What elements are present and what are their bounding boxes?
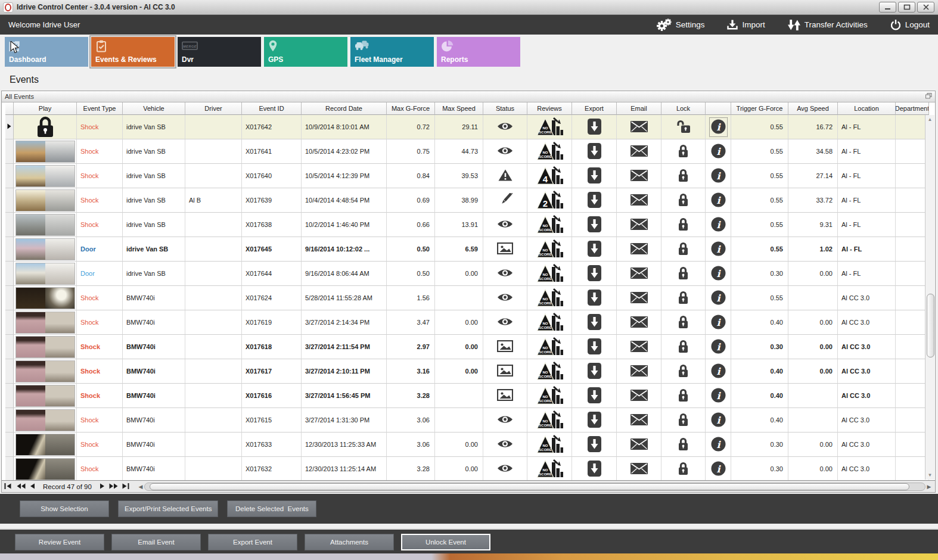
- cell-play[interactable]: [14, 433, 77, 457]
- cell-play[interactable]: [14, 115, 77, 139]
- event-video-thumbnail[interactable]: [15, 238, 75, 260]
- column-header-trigger_g[interactable]: Trigger G-Force: [731, 102, 788, 115]
- fast-rewind-button[interactable]: [17, 483, 26, 491]
- column-header-event_id[interactable]: Event ID: [242, 102, 302, 115]
- settings-button[interactable]: Settings: [656, 18, 705, 32]
- cell-email[interactable]: [617, 115, 661, 139]
- cell-email[interactable]: [617, 359, 661, 384]
- cell-email[interactable]: [617, 164, 661, 188]
- cell-email[interactable]: [617, 286, 661, 310]
- cell-info[interactable]: i: [706, 262, 731, 286]
- transfer-activities-button[interactable]: Transfer Activities: [788, 20, 868, 30]
- cell-lock[interactable]: [661, 433, 706, 457]
- cell-info[interactable]: i: [706, 408, 731, 433]
- review-event-button[interactable]: Review Event: [15, 534, 104, 550]
- cell-email[interactable]: [617, 433, 661, 457]
- scroll-down-icon[interactable]: ▼: [928, 471, 933, 480]
- cell-info[interactable]: i: [706, 188, 731, 213]
- cell-play[interactable]: [14, 457, 77, 481]
- cell-play[interactable]: [14, 310, 77, 335]
- cell-lock[interactable]: [661, 384, 706, 408]
- import-button[interactable]: Import: [727, 20, 765, 30]
- cell-export[interactable]: [572, 115, 617, 139]
- cell-export[interactable]: [572, 262, 617, 286]
- cell-play[interactable]: [14, 408, 77, 433]
- cell-play[interactable]: [14, 213, 77, 237]
- cell-lock[interactable]: [661, 286, 706, 310]
- horizontal-scroll-track[interactable]: [144, 483, 925, 491]
- vertical-scroll-thumb[interactable]: [927, 294, 934, 357]
- cell-review[interactable]: NOSCORE: [527, 433, 572, 457]
- table-row[interactable]: Shockidrive Van SBAl BX01763910/4/2014 4…: [5, 188, 929, 213]
- event-video-thumbnail[interactable]: [15, 385, 75, 407]
- unlock-event-button[interactable]: Unlock Event: [401, 534, 490, 550]
- cell-export[interactable]: [572, 237, 617, 262]
- column-header-info[interactable]: [706, 102, 731, 115]
- logout-button[interactable]: Logout: [890, 20, 930, 30]
- cell-review[interactable]: NOSCORE: [527, 359, 572, 384]
- cell-info[interactable]: i: [706, 335, 731, 359]
- cell-email[interactable]: [617, 213, 661, 237]
- cell-review[interactable]: NOSCORE: [527, 213, 572, 237]
- tab-dvr[interactable]: MERGE Dvr: [178, 37, 261, 67]
- event-video-thumbnail[interactable]: [15, 214, 75, 236]
- cell-email[interactable]: [617, 384, 661, 408]
- tab-fleet-manager[interactable]: Fleet Manager: [350, 37, 434, 67]
- column-header-max_g[interactable]: Max G-Force: [387, 102, 435, 115]
- column-header-review[interactable]: Reviews: [527, 102, 572, 115]
- cell-play[interactable]: [14, 237, 77, 262]
- cell-email[interactable]: [617, 262, 661, 286]
- cell-lock[interactable]: [661, 188, 706, 213]
- delete-selected-events-button[interactable]: Delete Selected Events: [227, 500, 316, 517]
- column-header-location[interactable]: Location: [838, 102, 896, 115]
- cell-lock[interactable]: [661, 408, 706, 433]
- cell-info[interactable]: i: [706, 457, 731, 481]
- column-header-lock[interactable]: Lock: [661, 102, 706, 115]
- table-row[interactable]: Shockidrive Van SBX01764010/5/2014 4:12:…: [5, 164, 929, 188]
- tab-reports[interactable]: Reports: [437, 37, 520, 67]
- column-header-play[interactable]: Play: [14, 102, 77, 115]
- cell-export[interactable]: [572, 384, 617, 408]
- cell-info[interactable]: i: [706, 359, 731, 384]
- event-video-thumbnail[interactable]: [15, 312, 75, 334]
- show-selection-button[interactable]: Show Selection: [20, 500, 109, 517]
- cell-info[interactable]: i: [706, 213, 731, 237]
- event-video-thumbnail[interactable]: [15, 189, 75, 211]
- cell-info[interactable]: i: [706, 115, 731, 139]
- column-header-status[interactable]: Status: [483, 102, 527, 115]
- cell-export[interactable]: [572, 139, 617, 164]
- cell-email[interactable]: [617, 335, 661, 359]
- event-video-thumbnail[interactable]: [15, 458, 75, 480]
- cell-review[interactable]: 4: [527, 164, 572, 188]
- cell-play[interactable]: [14, 359, 77, 384]
- cell-review[interactable]: 2: [527, 188, 572, 213]
- export-event-button[interactable]: Export Event: [208, 534, 297, 550]
- column-header-vehicle[interactable]: Vehicle: [123, 102, 185, 115]
- cell-review[interactable]: NOSCORE: [527, 384, 572, 408]
- cell-play[interactable]: [14, 384, 77, 408]
- cell-export[interactable]: [572, 457, 617, 481]
- export-print-selected-events-button[interactable]: Export/Print Selected Events: [118, 500, 218, 517]
- cell-export[interactable]: [572, 335, 617, 359]
- maximize-button[interactable]: [898, 2, 915, 13]
- cell-email[interactable]: [617, 237, 661, 262]
- event-video-thumbnail[interactable]: [15, 409, 75, 431]
- cell-export[interactable]: [572, 188, 617, 213]
- cell-lock[interactable]: [661, 310, 706, 335]
- cell-lock[interactable]: [661, 359, 706, 384]
- table-row[interactable]: ShockBMW740iX0176173/27/2014 2:10:11 PM3…: [5, 359, 929, 384]
- event-video-thumbnail[interactable]: [15, 434, 75, 456]
- scroll-up-icon[interactable]: ▲: [928, 115, 933, 124]
- cell-export[interactable]: [572, 359, 617, 384]
- table-row[interactable]: Shockidrive Van SBX01763810/2/2014 1:46:…: [5, 213, 929, 237]
- table-row[interactable]: ShockBMW740iX0176183/27/2014 2:11:54 PM2…: [5, 335, 929, 359]
- cell-export[interactable]: [572, 213, 617, 237]
- cell-info[interactable]: i: [706, 310, 731, 335]
- cell-export[interactable]: [572, 310, 617, 335]
- cell-lock[interactable]: [661, 457, 706, 481]
- cell-email[interactable]: [617, 408, 661, 433]
- cell-export[interactable]: [572, 164, 617, 188]
- column-header-email[interactable]: Email: [617, 102, 661, 115]
- event-video-thumbnail[interactable]: [15, 141, 75, 163]
- column-header-event_type[interactable]: Event Type: [77, 102, 123, 115]
